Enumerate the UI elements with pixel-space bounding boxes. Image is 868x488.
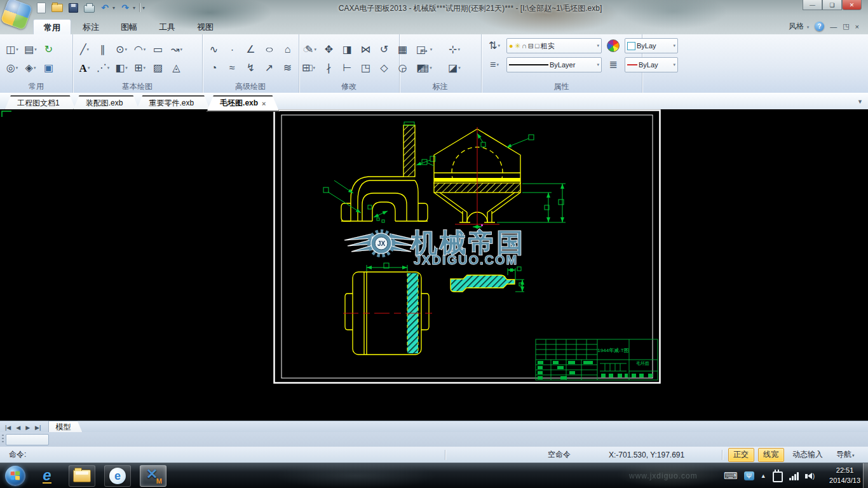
help-icon[interactable]: ? (815, 22, 824, 31)
keyboard-tray-icon[interactable]: ⌨ (724, 470, 738, 482)
circle-icon[interactable]: ⊙▾ (113, 41, 130, 58)
layer-settings-icon[interactable]: ⇅▾ (485, 37, 504, 54)
display-icon[interactable]: ▣ (41, 60, 57, 76)
linestyle-preview (627, 64, 637, 65)
show-desktop-button[interactable] (863, 463, 868, 488)
wave-line-icon[interactable]: ≈ (224, 60, 241, 76)
point-icon[interactable]: ∙ (224, 41, 241, 58)
close-button[interactable]: ✕ (842, 0, 862, 10)
quick-access-toolbar: ↶▾ ↷▾ ▾ (36, 2, 145, 13)
linetype-manager-icon[interactable]: ≣ (604, 57, 622, 73)
formula-curve-icon[interactable]: ∠ (243, 41, 259, 58)
redo-icon[interactable]: ↷ (119, 2, 131, 13)
regen-icon[interactable]: ↻ (41, 41, 57, 58)
maximize-button[interactable]: ❏ (822, 0, 842, 10)
start-button[interactable] (5, 466, 25, 486)
taskbar-explorer-icon[interactable] (69, 465, 95, 487)
arrow-icon[interactable]: ↗ (261, 60, 278, 76)
copy-icon[interactable]: ◫▾ (4, 41, 20, 58)
format-brush-icon[interactable]: ✎▾ (302, 41, 319, 58)
line-icon[interactable]: ╱▾ (76, 41, 93, 58)
dim-edit-icon[interactable]: ◪▾ (441, 60, 468, 76)
linewidth-icon[interactable]: ≡▾ (485, 57, 504, 73)
open-file-icon[interactable] (51, 2, 63, 13)
save-icon[interactable] (67, 2, 79, 13)
power-tray-icon[interactable] (773, 471, 783, 482)
undo-dropdown-icon[interactable]: ▾ (112, 5, 115, 11)
stretch-icon[interactable]: ◳ (358, 60, 374, 76)
ribbon-minimize-icon[interactable]: — (830, 23, 837, 30)
linetype-combo[interactable]: ByLayer▾ (506, 57, 602, 72)
layer-combo[interactable]: ● ✳ ∩ ⊟ □ 粗实 ▾ (506, 38, 602, 53)
document-tab[interactable]: 毛坯图.exb× (207, 95, 279, 112)
network-tray-icon[interactable] (789, 471, 799, 480)
undo-icon[interactable]: ↶ (99, 2, 111, 13)
library-icon[interactable]: ⊞▾ (132, 60, 148, 76)
taskbar-caxa-icon[interactable]: ⨯M (140, 465, 166, 487)
volume-tray-icon[interactable]: ) (805, 473, 815, 480)
polygon-icon[interactable]: ⌂ (280, 41, 296, 58)
tab-list-dropdown-icon[interactable]: ▼ (857, 98, 863, 105)
spline-icon[interactable]: ∿ (206, 41, 222, 58)
color-wheel-icon[interactable] (604, 37, 622, 54)
minimize-button[interactable]: — (803, 0, 822, 10)
paste-icon[interactable]: ▤▾ (22, 41, 39, 58)
qat-customize-icon[interactable]: ▾ (142, 5, 145, 11)
rectangle-icon[interactable]: ▭ (150, 41, 166, 58)
ribbon-group-common: ◫▾▤▾↻ ◎▾◈▾▣ 常用 (0, 34, 73, 93)
pan-icon[interactable]: ◈▾ (22, 60, 39, 76)
arc-icon[interactable]: ◠▾ (132, 41, 148, 58)
status-toggle[interactable]: 动态输入 (788, 449, 828, 461)
status-toggle[interactable]: 导航▾ (832, 449, 859, 461)
zigzag-line-icon[interactable]: ↯ (243, 60, 259, 76)
ribbon-restore-icon[interactable]: ◳ (843, 22, 849, 30)
nav-next-icon[interactable]: ▶ (23, 424, 32, 431)
mirror-icon[interactable]: ⋈ (358, 41, 374, 58)
taskbar-ie-icon[interactable]: e (34, 466, 60, 486)
contour-icon[interactable]: ≋ (280, 60, 296, 76)
crop-icon[interactable]: □▾ (302, 60, 319, 76)
linestyle-combo[interactable]: ByLay▾ (625, 57, 678, 72)
window-buttons: — ❏ ✕ (803, 0, 862, 10)
parallel-line-icon[interactable]: ∥ (95, 41, 111, 58)
bisector-icon[interactable]: ⋰▾ (95, 60, 111, 76)
color-combo[interactable]: ByLay▾ (625, 38, 678, 53)
nav-first-icon[interactable]: |◀ (3, 424, 13, 431)
taskbar-clock[interactable]: 22:51 2014/3/13 (829, 466, 860, 486)
tab-close-icon[interactable]: × (262, 100, 266, 107)
nav-last-icon[interactable]: ▶| (32, 424, 43, 431)
taskbar-browser-icon[interactable]: e (104, 465, 131, 487)
copy-move-icon[interactable]: ◨ (339, 41, 356, 58)
block-icon[interactable]: ◧▾ (113, 60, 130, 76)
ribbon-close-icon[interactable]: × (855, 23, 859, 30)
show-hidden-icons-icon[interactable]: ▲ (761, 473, 766, 479)
hatch-icon[interactable]: ▨ (150, 60, 166, 76)
region-icon[interactable]: ◬ (168, 60, 185, 76)
polyline-icon[interactable]: ↝▾ (168, 41, 185, 58)
command-input-box[interactable] (6, 434, 49, 445)
zoom-icon[interactable]: ◎▾ (4, 60, 20, 76)
rotate-icon[interactable]: ↺ (376, 41, 393, 58)
text-icon[interactable]: A▾ (76, 60, 93, 76)
status-mode: 空命令 (548, 449, 571, 460)
command-grip-handle[interactable] (2, 435, 4, 444)
print-icon[interactable] (83, 2, 95, 13)
ellipse-icon[interactable]: ○ (261, 41, 278, 58)
drawing-canvas[interactable]: 1944年减-T图 毛坯图 JX 机械帝国 JXDIGUO.COM (0, 109, 868, 421)
block-edit-icon[interactable]: ◇ (376, 60, 393, 76)
command-prompt[interactable]: 命令: (9, 449, 26, 460)
new-file-icon[interactable] (36, 2, 47, 13)
extend-icon[interactable]: ⊢ (339, 60, 356, 76)
coordinate-dim-icon[interactable]: ⊹▾ (441, 41, 468, 58)
status-toggle[interactable]: 正交 (728, 448, 754, 462)
detail-view-icon[interactable]: ◔ (206, 60, 222, 76)
move-icon[interactable]: ✥ (321, 41, 337, 58)
status-toggle[interactable]: 线宽 (758, 448, 784, 462)
break-icon[interactable]: ∤ (321, 60, 337, 76)
usb-tray-icon[interactable]: Ψ (744, 471, 754, 480)
nav-prev-icon[interactable]: ◀ (13, 424, 23, 431)
style-menu-button[interactable]: 风格 ▾ (789, 21, 809, 32)
dimension-icon[interactable]: ↔▾ (412, 41, 439, 58)
dim-style-icon[interactable]: ▤▾ (412, 60, 439, 76)
redo-dropdown-icon[interactable]: ▾ (133, 5, 135, 11)
